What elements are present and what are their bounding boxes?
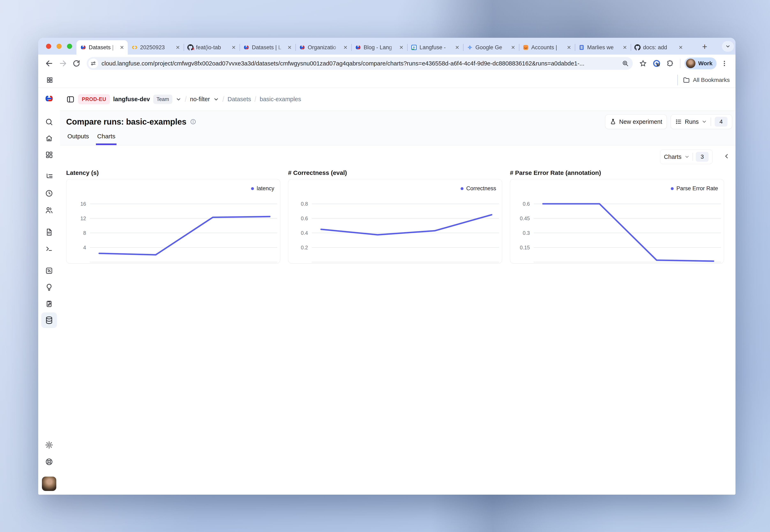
- tab-outputs[interactable]: Outputs: [66, 133, 90, 145]
- collapse-panel-icon[interactable]: [723, 153, 730, 160]
- y-tick-label: 0.6: [301, 216, 308, 221]
- apps-grid-icon[interactable]: [44, 74, 55, 86]
- tab-close-icon[interactable]: ✕: [343, 44, 348, 51]
- y-tick-label: 0.3: [523, 230, 530, 236]
- scores-percent-icon[interactable]: [45, 267, 53, 275]
- close-window-button[interactable]: [46, 44, 51, 49]
- info-icon[interactable]: [190, 119, 196, 125]
- chevron-down-icon[interactable]: [176, 96, 181, 102]
- extensions-icon[interactable]: [664, 58, 676, 69]
- bookmarks-bar: All Bookmarks: [38, 72, 736, 88]
- github-favicon: [635, 44, 641, 50]
- new-experiment-button[interactable]: New experiment: [605, 114, 667, 129]
- calendar-favicon: 6: [411, 44, 417, 50]
- browser-tab[interactable]: ✕ feat(io-tab ✕: [184, 40, 240, 55]
- tab-close-icon[interactable]: ✕: [566, 44, 572, 51]
- user-avatar[interactable]: [42, 477, 56, 491]
- search-icon[interactable]: [45, 118, 53, 126]
- settings-gear-icon[interactable]: [45, 441, 53, 449]
- browser-tab[interactable]: Blog - Lang ✕: [351, 40, 407, 55]
- password-manager-icon[interactable]: [651, 58, 662, 69]
- tab-charts[interactable]: Charts: [96, 133, 116, 145]
- y-tick-label: 0.8: [301, 201, 308, 207]
- home-icon[interactable]: [45, 134, 53, 142]
- sessions-clock-icon[interactable]: [45, 189, 53, 197]
- chart-card: latency 481216: [66, 179, 280, 264]
- tab-close-icon[interactable]: ✕: [119, 44, 125, 51]
- browser-tab[interactable]: docs: add ✕: [631, 40, 687, 55]
- browser-tab[interactable]: Accounts | ✕: [519, 40, 575, 55]
- tab-close-icon[interactable]: ✕: [622, 44, 628, 51]
- page-tabs: Outputs Charts: [66, 133, 116, 145]
- browser-tab[interactable]: Google Ge ✕: [463, 40, 519, 55]
- annotation-clipboard-icon[interactable]: [45, 300, 53, 308]
- legend-dot: [671, 187, 674, 190]
- browser-tab[interactable]: Marlies we ✕: [575, 40, 631, 55]
- support-lifebuoy-icon[interactable]: [45, 458, 53, 466]
- breadcrumb-datasets-link[interactable]: Datasets: [228, 96, 251, 103]
- flask-icon: [610, 118, 616, 125]
- sidebar-toggle-icon[interactable]: [66, 95, 75, 104]
- refresh-button[interactable]: [71, 58, 82, 69]
- prompts-file-icon[interactable]: [45, 228, 53, 236]
- aws-favicon: [523, 44, 529, 50]
- zoom-icon[interactable]: [622, 60, 629, 67]
- minimize-window-button[interactable]: [56, 44, 62, 49]
- runs-button[interactable]: Runs 4: [671, 114, 732, 129]
- browser-tab[interactable]: 6 Langfuse - ✕: [407, 40, 463, 55]
- y-tick-label: 12: [80, 216, 86, 221]
- chart-legend: Parse Error Rate: [671, 185, 718, 192]
- browser-tab[interactable]: Datasets | L ✕: [240, 40, 296, 55]
- langfuse-logo[interactable]: [44, 94, 54, 103]
- breadcrumb: PROD-EU langfuse-dev Team / no-filter / …: [60, 88, 736, 111]
- tab-close-icon[interactable]: ✕: [510, 44, 516, 51]
- svg-text:6: 6: [413, 46, 415, 49]
- insights-lightbulb-icon[interactable]: [45, 283, 53, 291]
- tab-title: docs: add: [643, 44, 675, 51]
- breadcrumb-dataset-name[interactable]: basic-examples: [260, 96, 301, 103]
- tab-close-icon[interactable]: ✕: [231, 44, 237, 51]
- y-tick-label: 0.45: [520, 216, 530, 221]
- line-plot: 0.150.30.450.6: [510, 179, 724, 264]
- button-divider: [711, 118, 711, 126]
- chevron-down-icon[interactable]: [213, 96, 219, 102]
- datasets-database-icon[interactable]: [41, 312, 57, 328]
- playground-terminal-icon[interactable]: [45, 245, 53, 253]
- project-name[interactable]: no-filter: [190, 96, 210, 103]
- tab-close-icon[interactable]: ✕: [454, 44, 460, 51]
- tab-close-icon[interactable]: ✕: [175, 44, 181, 51]
- y-tick-label: 4: [83, 245, 86, 250]
- chart-title: Latency (s): [66, 168, 280, 177]
- chart-title: # Parse Error Rate (annotation): [510, 168, 724, 177]
- tab-search-button[interactable]: [722, 41, 734, 52]
- tab-close-icon[interactable]: ✕: [678, 44, 684, 51]
- address-bar[interactable]: cloud.langfuse.com/project/cmfwgv8fx002o…: [87, 57, 633, 70]
- maximize-window-button[interactable]: [67, 44, 72, 49]
- browser-menu-icon[interactable]: [719, 58, 730, 69]
- browser-tab[interactable]: Organizatio ✕: [296, 40, 351, 55]
- back-button[interactable]: [44, 58, 55, 69]
- profile-name: Work: [698, 60, 713, 67]
- gemini-favicon: [467, 44, 473, 50]
- tracing-icon[interactable]: [45, 173, 53, 181]
- browser-tab[interactable]: 20250923 ✕: [128, 40, 184, 55]
- new-tab-button[interactable]: +: [699, 41, 710, 52]
- bookmark-star-icon[interactable]: [637, 58, 649, 69]
- site-settings-icon[interactable]: [88, 58, 98, 68]
- tab-close-icon[interactable]: ✕: [287, 44, 293, 51]
- org-name[interactable]: langfuse-dev: [113, 96, 150, 103]
- tab-close-icon[interactable]: ✕: [398, 44, 404, 51]
- browser-tab-active[interactable]: Datasets | L ✕: [76, 40, 128, 55]
- charts-grid: Latency (s) latency 481216 # Correctness…: [66, 168, 724, 264]
- url-text[interactable]: cloud.langfuse.com/project/cmfwgv8fx002o…: [101, 60, 618, 67]
- tab-title: Datasets | L: [252, 44, 284, 51]
- browser-profile-button[interactable]: Work: [685, 57, 717, 69]
- users-icon[interactable]: [45, 206, 53, 214]
- charts-filter-button[interactable]: Charts 3: [660, 149, 713, 164]
- desktop-wallpaper: Datasets | L ✕ 20250923 ✕ ✕ feat: [0, 0, 770, 532]
- dashboards-icon[interactable]: [45, 151, 53, 159]
- all-bookmarks-label[interactable]: All Bookmarks: [693, 77, 730, 83]
- forward-button[interactable]: [57, 58, 69, 69]
- chart-legend: Correctness: [461, 185, 496, 192]
- tab-title: Blog - Lang: [364, 44, 396, 51]
